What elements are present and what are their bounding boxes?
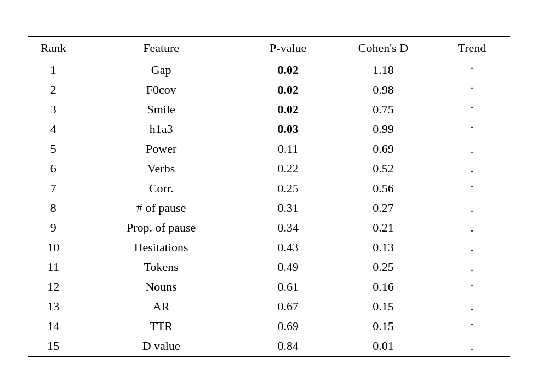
cell-trend: ↑: [434, 100, 510, 119]
cell-cohens-d: 0.21: [333, 218, 434, 238]
cell-trend: ↓: [434, 139, 510, 159]
table-row: 7Corr.0.250.56↑: [28, 178, 510, 198]
cell-rank: 8: [28, 198, 79, 218]
cell-rank: 12: [28, 277, 79, 297]
table-container: Rank Feature P-value Cohen's D Trend 1Ga…: [28, 36, 510, 357]
table-row: 9Prop. of pause0.340.21↓: [28, 218, 510, 238]
cell-trend: ↑: [434, 277, 510, 297]
cell-pvalue: 0.02: [244, 60, 333, 80]
cell-cohens-d: 0.99: [333, 119, 434, 139]
table-row: 8# of pause0.310.27↓: [28, 198, 510, 218]
cell-feature: D value: [79, 336, 244, 356]
cell-pvalue: 0.69: [244, 316, 333, 336]
cell-cohens-d: 0.56: [333, 178, 434, 198]
header-feature: Feature: [79, 36, 244, 60]
cell-trend: ↓: [434, 297, 510, 316]
table-row: 2F0cov0.020.98↑: [28, 80, 510, 100]
table-row: 13AR0.670.15↓: [28, 297, 510, 316]
cell-feature: Power: [79, 139, 244, 159]
cell-rank: 15: [28, 336, 79, 356]
table-row: 14TTR0.690.15↑: [28, 316, 510, 336]
cell-rank: 4: [28, 119, 79, 139]
cell-cohens-d: 0.27: [333, 198, 434, 218]
cell-cohens-d: 0.13: [333, 238, 434, 257]
results-table: Rank Feature P-value Cohen's D Trend 1Ga…: [28, 36, 510, 357]
cell-cohens-d: 0.01: [333, 336, 434, 356]
cell-pvalue: 0.84: [244, 336, 333, 356]
cell-feature: TTR: [79, 316, 244, 336]
cell-rank: 1: [28, 60, 79, 80]
cell-trend: ↑: [434, 60, 510, 80]
cell-feature: Hesitations: [79, 238, 244, 257]
cell-feature: Gap: [79, 60, 244, 80]
cell-pvalue: 0.34: [244, 218, 333, 238]
cell-feature: Prop. of pause: [79, 218, 244, 238]
cell-feature: F0cov: [79, 80, 244, 100]
cell-rank: 11: [28, 257, 79, 277]
header-pvalue: P-value: [244, 36, 333, 60]
cell-feature: Corr.: [79, 178, 244, 198]
cell-rank: 7: [28, 178, 79, 198]
cell-trend: ↓: [434, 257, 510, 277]
cell-feature: Tokens: [79, 257, 244, 277]
cell-trend: ↑: [434, 119, 510, 139]
cell-pvalue: 0.43: [244, 238, 333, 257]
cell-cohens-d: 0.16: [333, 277, 434, 297]
cell-trend: ↓: [434, 159, 510, 178]
table-row: 12Nouns0.610.16↑: [28, 277, 510, 297]
table-row: 6Verbs0.220.52↓: [28, 159, 510, 178]
table-row: 3Smile0.020.75↑: [28, 100, 510, 119]
cell-cohens-d: 0.98: [333, 80, 434, 100]
cell-pvalue: 0.49: [244, 257, 333, 277]
cell-trend: ↓: [434, 198, 510, 218]
cell-feature: Smile: [79, 100, 244, 119]
cell-rank: 5: [28, 139, 79, 159]
cell-trend: ↓: [434, 238, 510, 257]
header-cohens-d: Cohen's D: [333, 36, 434, 60]
table-row: 4h1a30.030.99↑: [28, 119, 510, 139]
cell-cohens-d: 0.15: [333, 297, 434, 316]
cell-rank: 3: [28, 100, 79, 119]
cell-cohens-d: 1.18: [333, 60, 434, 80]
cell-cohens-d: 0.25: [333, 257, 434, 277]
cell-pvalue: 0.03: [244, 119, 333, 139]
table-row: 1Gap0.021.18↑: [28, 60, 510, 80]
cell-trend: ↑: [434, 80, 510, 100]
cell-pvalue: 0.61: [244, 277, 333, 297]
cell-pvalue: 0.02: [244, 80, 333, 100]
cell-feature: Verbs: [79, 159, 244, 178]
cell-pvalue: 0.22: [244, 159, 333, 178]
cell-pvalue: 0.02: [244, 100, 333, 119]
cell-trend: ↑: [434, 178, 510, 198]
cell-feature: Nouns: [79, 277, 244, 297]
cell-feature: AR: [79, 297, 244, 316]
cell-rank: 13: [28, 297, 79, 316]
cell-pvalue: 0.31: [244, 198, 333, 218]
cell-rank: 9: [28, 218, 79, 238]
cell-rank: 6: [28, 159, 79, 178]
cell-trend: ↑: [434, 316, 510, 336]
cell-trend: ↓: [434, 218, 510, 238]
table-row: 10Hesitations0.430.13↓: [28, 238, 510, 257]
table-row: 5Power0.110.69↓: [28, 139, 510, 159]
cell-rank: 14: [28, 316, 79, 336]
cell-feature: # of pause: [79, 198, 244, 218]
table-header-row: Rank Feature P-value Cohen's D Trend: [28, 36, 510, 60]
header-rank: Rank: [28, 36, 79, 60]
cell-trend: ↓: [434, 336, 510, 356]
cell-rank: 2: [28, 80, 79, 100]
cell-pvalue: 0.25: [244, 178, 333, 198]
table-row: 15D value0.840.01↓: [28, 336, 510, 356]
cell-cohens-d: 0.52: [333, 159, 434, 178]
cell-pvalue: 0.11: [244, 139, 333, 159]
cell-rank: 10: [28, 238, 79, 257]
table-row: 11Tokens0.490.25↓: [28, 257, 510, 277]
header-trend: Trend: [434, 36, 510, 60]
cell-feature: h1a3: [79, 119, 244, 139]
cell-cohens-d: 0.75: [333, 100, 434, 119]
cell-cohens-d: 0.69: [333, 139, 434, 159]
cell-cohens-d: 0.15: [333, 316, 434, 336]
cell-pvalue: 0.67: [244, 297, 333, 316]
